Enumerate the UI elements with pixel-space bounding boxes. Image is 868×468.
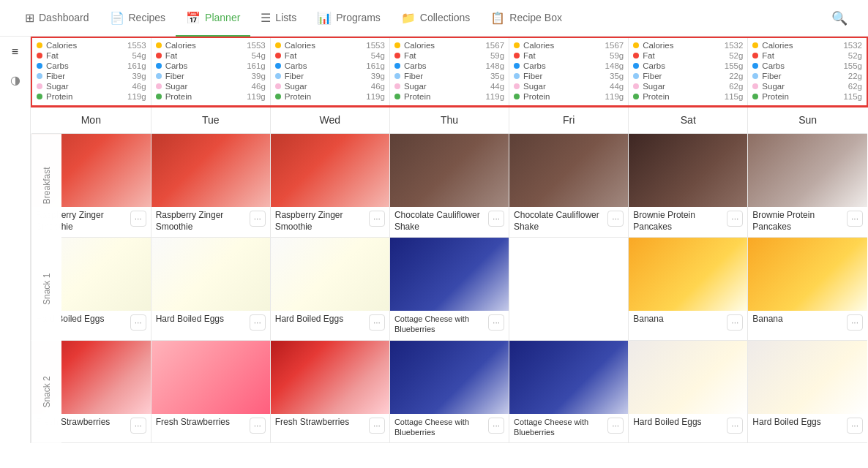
breakfast-wed-menu[interactable]: ··· <box>369 211 385 227</box>
snack2-sat-menu[interactable]: ··· <box>727 418 743 434</box>
snack2-wed-cell: Fresh Strawberries ··· <box>270 341 389 443</box>
breakfast-wed-cell: Raspberry Zinger Smoothie ··· <box>270 134 389 238</box>
sidebar-chart-icon[interactable]: ◑ <box>10 73 20 87</box>
breakfast-mon-food: Raspberry Zinger Smoothie ··· <box>31 134 151 237</box>
snack2-wed-food: Fresh Strawberries ··· <box>271 341 389 440</box>
nutrition-sun: Calories1532 Fat52g Carbs155g Fiber22g S… <box>748 37 867 106</box>
nutrition-wed: Calories1553 Fat54g Carbs161g Fiber39g S… <box>270 37 389 106</box>
nav-lists[interactable]: ☰ Lists <box>250 1 307 37</box>
nutrition-thu: Calories1567 Fat59g Carbs148g Fiber35g S… <box>389 37 509 106</box>
nav-lists-label: Lists <box>275 12 296 23</box>
breakfast-thu-image <box>390 134 509 207</box>
snack1-tue-cell: Hard Boiled Eggs ··· <box>151 238 270 341</box>
snack2-mon-food: Fresh Strawberries ··· <box>31 341 151 440</box>
snack2-row: Fresh Strawberries ··· Fresh Strawberrie… <box>31 341 867 443</box>
snack1-sat-label: Banana <box>633 314 727 325</box>
nav-recipes-label: Recipes <box>129 12 166 23</box>
day-sun: Sun <box>748 106 867 134</box>
breakfast-thu-cell: Chocolate Cauliflower Shake ··· <box>389 134 509 238</box>
breakfast-thu-label: Chocolate Cauliflower Shake <box>394 210 488 233</box>
breakfast-sun-food: Brownie Protein Pancakes ··· <box>748 134 867 237</box>
nav-recipe-box[interactable]: 📋 Recipe Box <box>480 1 572 37</box>
breakfast-tue-cell: Raspberry Zinger Smoothie ··· <box>151 134 270 238</box>
snack1-sat-image <box>629 238 747 311</box>
breakfast-wed-image <box>271 134 389 207</box>
breakfast-sat-cell: Brownie Protein Pancakes ··· <box>629 134 748 238</box>
snack2-thu-menu[interactable]: ··· <box>488 418 504 434</box>
snack1-wed-menu[interactable]: ··· <box>369 314 385 331</box>
snack1-sun-label: Banana <box>752 314 847 325</box>
snack2-mon-menu[interactable]: ··· <box>130 418 146 434</box>
breakfast-mon-cell: Raspberry Zinger Smoothie ··· <box>31 134 151 238</box>
snack2-wed-label: Fresh Strawberries <box>275 417 369 429</box>
breakfast-mon-menu[interactable]: ··· <box>130 211 146 227</box>
snack1-sat-menu[interactable]: ··· <box>727 314 743 331</box>
snack1-sat-cell: Banana ··· <box>629 238 748 341</box>
snack2-sun-menu[interactable]: ··· <box>847 418 863 434</box>
fat-dot-mon <box>37 53 42 58</box>
nav-planner[interactable]: 📅 Planner <box>176 1 250 37</box>
snack2-fri-label: Cottage Cheese with Blueberries <box>514 417 607 438</box>
snack2-sat-cell: Hard Boiled Eggs ··· <box>629 341 748 443</box>
snack1-sun-menu[interactable]: ··· <box>847 314 863 331</box>
day-wed: Wed <box>270 106 389 134</box>
snack1-fri-cell <box>509 238 629 341</box>
top-nav: ⊞ Dashboard 📄 Recipes 📅 Planner ☰ Lists … <box>0 0 868 37</box>
snack2-mon-image <box>31 341 151 414</box>
snack2-fri-cell: Cottage Cheese with Blueberries ··· <box>509 341 629 443</box>
snack1-sun-cell: Banana ··· <box>748 238 867 341</box>
snack1-wed-label: Hard Boiled Eggs <box>275 314 369 325</box>
collections-icon: 📁 <box>401 11 416 25</box>
nav-recipes[interactable]: 📄 Recipes <box>100 1 176 37</box>
snack2-fri-image <box>509 341 628 414</box>
snack1-mon-cell: Hard Boiled Eggs ··· <box>31 238 151 341</box>
snack2-sun-food: Hard Boiled Eggs ··· <box>748 341 867 440</box>
snack1-fri-empty <box>509 238 628 340</box>
protein-dot-mon <box>37 94 42 99</box>
breakfast-fri-menu[interactable]: ··· <box>607 211 624 227</box>
nav-dashboard-label: Dashboard <box>39 12 89 23</box>
breakfast-tue-image <box>151 134 270 207</box>
snack1-thu-menu[interactable]: ··· <box>488 314 504 331</box>
left-sidebar: ≡ ◑ <box>0 37 31 443</box>
lists-icon: ☰ <box>261 11 271 25</box>
snack2-sat-label: Hard Boiled Eggs <box>633 417 727 429</box>
snack1-wed-food: Hard Boiled Eggs ··· <box>271 238 389 337</box>
nav-collections-label: Collections <box>420 12 470 23</box>
breakfast-sat-label: Brownie Protein Pancakes <box>633 210 727 233</box>
breakfast-sun-cell: Brownie Protein Pancakes ··· <box>748 134 867 238</box>
snack2-wed-menu[interactable]: ··· <box>369 418 385 434</box>
nav-programs[interactable]: 📊 Programs <box>307 1 391 37</box>
snack1-mon-menu[interactable]: ··· <box>130 314 146 331</box>
nutrition-tue: Calories1553 Fat54g Carbs161g Fiber39g S… <box>151 37 270 106</box>
nutrition-sat: Calories1532 Fat52g Carbs155g Fiber22g S… <box>629 37 748 106</box>
breakfast-wed-label: Raspberry Zinger Smoothie <box>275 210 369 233</box>
sidebar-list-icon[interactable]: ≡ <box>12 45 18 58</box>
snack2-fri-menu[interactable]: ··· <box>607 418 624 434</box>
sugar-dot-mon <box>37 83 42 89</box>
snack1-wed-cell: Hard Boiled Eggs ··· <box>270 238 389 341</box>
breakfast-thu-menu[interactable]: ··· <box>488 211 504 227</box>
breakfast-tue-label: Raspberry Zinger Smoothie <box>156 210 250 233</box>
calories-dot-mon <box>37 42 42 48</box>
breakfast-fri-food: Chocolate Cauliflower Shake ··· <box>509 134 628 237</box>
search-icon[interactable]: 🔍 <box>826 4 853 32</box>
snack2-wed-image <box>271 341 389 414</box>
nav-collections[interactable]: 📁 Collections <box>391 1 480 37</box>
snack2-tue-cell: Fresh Strawberries ··· <box>151 341 270 443</box>
snack2-mon-cell: Fresh Strawberries ··· <box>31 341 151 443</box>
snack1-tue-label: Hard Boiled Eggs <box>156 314 250 325</box>
day-sat: Sat <box>629 106 748 134</box>
nutrition-mon: Calories1553 Fat54g Carbs161g Fiber39g S… <box>31 37 151 106</box>
snack1-tue-menu[interactable]: ··· <box>250 314 266 331</box>
snack1-sun-image <box>748 238 867 311</box>
breakfast-sun-menu[interactable]: ··· <box>847 211 863 227</box>
snack2-thu-image <box>390 341 509 414</box>
snack2-tue-label: Fresh Strawberries <box>156 417 250 429</box>
day-fri: Fri <box>509 106 629 134</box>
nav-programs-label: Programs <box>336 12 381 23</box>
breakfast-tue-menu[interactable]: ··· <box>250 211 266 227</box>
nav-dashboard[interactable]: ⊞ Dashboard <box>15 1 100 37</box>
snack2-tue-menu[interactable]: ··· <box>250 418 266 434</box>
breakfast-sat-menu[interactable]: ··· <box>727 211 743 227</box>
